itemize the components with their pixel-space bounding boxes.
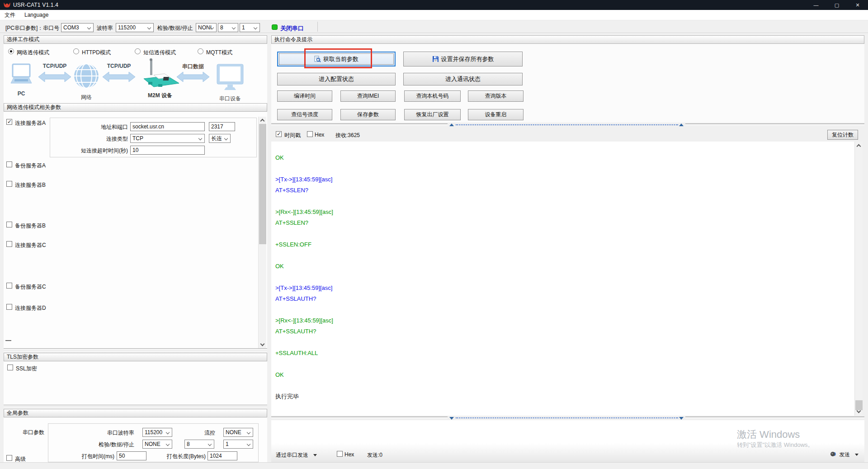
g-baud-select[interactable]: 115200 <box>142 428 172 437</box>
com-port-select[interactable]: COM3 <box>61 23 94 32</box>
work-mode-radio[interactable] <box>198 48 203 54</box>
command-button[interactable]: 查询本机号码 <box>404 90 461 102</box>
conn-type-label: 连接类型 <box>54 135 128 143</box>
log-line <box>275 337 854 348</box>
title-bar: USR-CAT1 V1.1.4 — ▢ ✕ <box>0 0 868 10</box>
short-timeout-input[interactable]: 10 <box>130 146 205 155</box>
send-via-serial-dropdown[interactable]: 通过串口发送 <box>276 451 317 459</box>
tls-header: TLS加密参数 <box>4 353 267 361</box>
g-parity-select[interactable]: NONE <box>142 440 172 449</box>
reset-count-label: 复位计数 <box>832 131 854 139</box>
command-button[interactable]: 设备重启 <box>468 109 524 120</box>
command-button-label: 编译时间 <box>294 92 316 100</box>
command-button[interactable]: 恢复出厂设置 <box>404 109 461 120</box>
work-mode-header: 选择工作模式 <box>4 35 267 44</box>
g-stopbits-select[interactable]: 1 <box>223 440 253 449</box>
log-line <box>275 380 854 391</box>
packlen-input[interactable]: 1024 <box>208 451 237 460</box>
server-a-checkbox[interactable] <box>6 119 12 125</box>
reset-count-button[interactable]: 复位计数 <box>827 130 858 140</box>
command-button-label: 查询IMEI <box>357 92 379 100</box>
network-globe-icon <box>73 62 99 90</box>
parity-select[interactable]: NONI <box>196 23 217 32</box>
g-flow-select[interactable]: NONE <box>223 428 253 437</box>
send-button-label: 发送 <box>839 451 850 458</box>
log-line: >[Tx->][13:45:59][asc] <box>275 174 854 185</box>
ssl-label: SSL加密 <box>16 365 37 373</box>
log-line: OK <box>275 152 854 163</box>
pc-laptop-icon <box>8 63 34 90</box>
log-line: >[Tx->][13:45:59][asc] <box>275 283 854 294</box>
g-baud-label: 串口波特率 <box>81 429 134 437</box>
menu-item[interactable]: Language <box>20 12 53 18</box>
diagram-link1-label: TCP/UDP <box>38 63 71 69</box>
log-hex-checkbox[interactable] <box>307 131 313 137</box>
close-port-button[interactable]: 关闭串口 <box>280 24 304 33</box>
arrow-left-right-icon <box>38 71 71 82</box>
baud-select[interactable]: 115200 <box>116 23 154 32</box>
databits-select[interactable]: 8 <box>218 23 238 32</box>
server-address-input[interactable]: socket.usr.cn <box>130 122 205 131</box>
command-button-label: 恢复出厂设置 <box>416 111 449 118</box>
enter-comm-label: 进入通讯状态 <box>445 75 481 83</box>
server-checkbox[interactable] <box>6 241 12 247</box>
ssl-checkbox[interactable] <box>7 365 13 370</box>
log-line: AT+SSLEN? <box>275 218 854 228</box>
log-controls-strip <box>271 127 864 142</box>
send-button[interactable]: 发送 <box>830 451 859 459</box>
log-scrollbar[interactable] <box>854 142 863 416</box>
conn-type-select[interactable]: TCP <box>130 134 205 143</box>
close-button[interactable]: ✕ <box>847 0 868 10</box>
work-mode-radio-label: 网络透传模式 <box>17 49 49 57</box>
annotation-red-box <box>304 48 372 68</box>
command-button-label: 查询本机号码 <box>416 92 449 100</box>
log-top-splitter[interactable] <box>271 123 864 127</box>
command-button[interactable]: 保存参数 <box>340 109 396 120</box>
server-checkbox[interactable] <box>6 304 12 310</box>
keepalive-select[interactable]: 长连 <box>209 134 231 143</box>
windows-activate-watermark: 激活 Windows <box>737 428 800 441</box>
log-bottom-splitter[interactable] <box>271 416 864 420</box>
command-button[interactable]: 编译时间 <box>277 90 332 102</box>
command-button[interactable]: 查询IMEI <box>340 90 396 102</box>
log-output[interactable]: OK >[Tx->][13:45:59][asc]AT+SSLEN? >[Rx<… <box>271 142 854 416</box>
server-checkbox[interactable] <box>6 283 12 289</box>
net-params-header: 网络透传模式相关参数 <box>4 103 267 112</box>
log-line: OK <box>275 370 854 380</box>
server-checkbox[interactable] <box>6 222 12 227</box>
packtime-input[interactable]: 50 <box>117 451 146 460</box>
diagram-node-m2m-label: M2M 设备 <box>138 92 182 99</box>
stopbits-select[interactable]: 1 <box>240 23 260 32</box>
server-port-input[interactable]: 2317 <box>209 122 235 131</box>
command-button[interactable]: 查询版本 <box>468 90 524 102</box>
command-button[interactable]: 查信号强度 <box>277 109 332 120</box>
work-mode-radio[interactable] <box>73 48 79 54</box>
log-line: AT+SSLEN? <box>275 185 854 196</box>
menu-item[interactable]: 文件 <box>0 11 20 19</box>
enter-config-button[interactable]: 进入配置状态 <box>277 73 396 85</box>
baud-label: 波特率 <box>97 24 113 32</box>
server-checkbox[interactable] <box>6 161 12 167</box>
g-databits-select[interactable]: 8 <box>184 440 214 449</box>
m2m-device-icon <box>138 57 182 91</box>
advanced-checkbox[interactable] <box>6 455 12 461</box>
minimize-button[interactable]: — <box>806 0 826 10</box>
work-mode-radio[interactable] <box>135 48 141 54</box>
log-line <box>275 196 854 207</box>
server-checkbox[interactable] <box>6 181 12 187</box>
diagram-link3-label: 串口数据 <box>176 63 210 71</box>
log-line: OK <box>275 261 854 272</box>
enter-comm-button[interactable]: 进入通讯状态 <box>403 73 523 85</box>
log-line: +SSLAUTH:ALL <box>275 348 854 359</box>
set-save-params-button[interactable]: 设置并保存所有参数 <box>403 52 523 66</box>
timestamp-checkbox[interactable] <box>276 131 282 137</box>
work-mode-radio[interactable] <box>8 48 14 54</box>
maximize-button[interactable]: ▢ <box>826 0 847 10</box>
command-button-label: 保存参数 <box>357 111 379 118</box>
log-line <box>275 304 854 315</box>
send-hex-checkbox[interactable] <box>337 451 343 457</box>
packlen-label: 打包长度(Bytes) <box>163 453 206 460</box>
left-panel-scrollbar[interactable] <box>258 117 266 348</box>
work-mode-radio-label: MQTT模式 <box>206 49 232 57</box>
app-window: USR-CAT1 V1.1.4 — ▢ ✕ 文件Language [PC串口参数… <box>0 0 868 469</box>
